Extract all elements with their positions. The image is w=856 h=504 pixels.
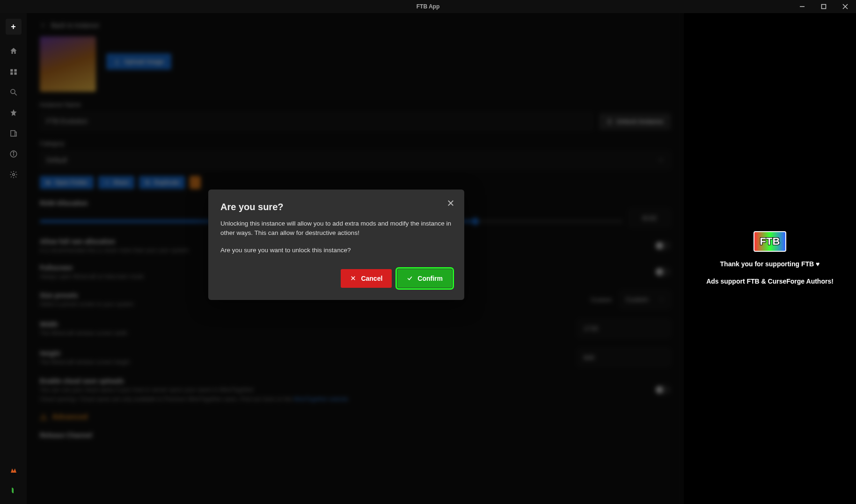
size-preset-title: Size presets <box>40 292 134 299</box>
full-ram-title: Allow full ram allocation <box>40 238 189 245</box>
svg-rect-1 <box>822 5 826 9</box>
svg-rect-7 <box>14 73 16 75</box>
close-icon <box>350 275 356 281</box>
window-close-button[interactable] <box>834 0 856 13</box>
add-instance-button[interactable]: + <box>6 19 22 35</box>
svg-line-19 <box>106 183 108 184</box>
lock-icon <box>607 118 613 124</box>
modal-body-1: Unlocking this instance will allow you t… <box>220 219 452 238</box>
svg-rect-20 <box>146 182 149 184</box>
news-icon[interactable] <box>9 129 18 138</box>
close-icon <box>842 4 848 9</box>
star-icon[interactable] <box>9 109 18 117</box>
svg-point-8 <box>11 89 15 94</box>
window-minimize-button[interactable] <box>791 0 813 13</box>
cloud-saves-toggle[interactable] <box>655 385 671 394</box>
size-preset-value: Custom <box>626 296 648 303</box>
svg-point-17 <box>108 183 109 184</box>
svg-line-18 <box>106 182 108 183</box>
share-label: Share <box>113 179 129 186</box>
modal-body-2: Are you sure you want to unlock this ins… <box>220 246 452 255</box>
advanced-label: Advanced <box>52 413 88 421</box>
cloud-saves-warning: Cloud syncing / Cloud saves are only ava… <box>40 396 293 402</box>
category-label: Category <box>40 140 671 147</box>
back-to-instance[interactable]: Back to instance <box>40 22 671 29</box>
support-icon[interactable] <box>9 486 18 495</box>
width-input[interactable] <box>577 319 671 338</box>
fullscreen-desc: Always open Minecraft at fullscreen mode <box>40 273 144 280</box>
modal-close-button[interactable] <box>446 199 455 209</box>
duplicate-label: Duplicate <box>154 179 179 186</box>
folder-icon <box>45 180 51 185</box>
svg-rect-6 <box>10 73 13 75</box>
window-maximize-button[interactable] <box>813 0 834 13</box>
upload-icon <box>114 58 120 65</box>
search-icon[interactable] <box>9 88 18 96</box>
upload-image-label: Upload image <box>124 58 164 65</box>
duplicate-button[interactable]: Duplicate <box>139 176 185 189</box>
width-title: Width <box>40 321 127 328</box>
instance-cover <box>40 37 96 92</box>
size-preset-label: Custom <box>591 296 612 303</box>
fullscreen-toggle[interactable] <box>655 267 671 277</box>
share-icon <box>104 180 110 185</box>
svg-line-9 <box>15 93 17 95</box>
modal-confirm-button[interactable]: Confirm <box>397 269 452 288</box>
unlock-instance-label: Unlock Instance <box>616 118 663 125</box>
cloud-saves-title: Enable cloud save uploads <box>40 377 348 385</box>
ram-value[interactable]: 8192 <box>629 209 671 227</box>
promo-line-1: Thank you for supporting FTB ♥ <box>720 259 820 269</box>
modal-cancel-label: Cancel <box>361 275 382 282</box>
fullscreen-title: Fullscreen <box>40 264 144 271</box>
upload-image-button[interactable]: Upload image <box>106 53 171 70</box>
height-input[interactable] <box>577 348 671 367</box>
svg-rect-21 <box>146 181 148 183</box>
instance-name-input[interactable] <box>40 112 593 131</box>
svg-point-13 <box>12 174 15 176</box>
back-label: Back to instance <box>51 22 99 29</box>
category-value: Default <box>46 156 67 164</box>
titlebar-title: FTB App <box>417 3 440 10</box>
unlock-instance-button[interactable]: Unlock Instance <box>599 113 671 130</box>
svg-point-15 <box>105 182 106 183</box>
promo-pane: FTB Thank you for supporting FTB ♥ Ads s… <box>684 13 856 504</box>
close-icon <box>446 199 455 207</box>
height-desc: The Minecraft window screen height <box>40 359 130 365</box>
open-folder-button[interactable]: Open Folder <box>40 176 94 189</box>
sidebar: + <box>0 13 27 504</box>
warning-icon <box>40 413 47 421</box>
promo-line-2: Ads support FTB & CurseForge Authors! <box>706 277 834 286</box>
svg-rect-4 <box>10 69 13 72</box>
open-folder-label: Open Folder <box>55 179 88 186</box>
category-select[interactable]: Default <box>40 151 671 169</box>
full-ram-toggle[interactable] <box>655 241 671 250</box>
instance-name-label: Instance Name <box>40 101 671 108</box>
share-button[interactable]: Share <box>98 176 134 189</box>
size-preset-select[interactable]: Custom <box>619 290 671 309</box>
size-preset-desc: Select a preset screen to your system <box>40 301 134 307</box>
svg-point-12 <box>13 152 14 153</box>
minimize-icon <box>799 4 805 9</box>
minetogether-link[interactable]: MineTogether website <box>293 396 348 402</box>
ftb-logo: FTB <box>754 231 786 252</box>
titlebar: FTB App <box>0 0 856 13</box>
chevron-down-icon <box>658 297 664 302</box>
home-icon[interactable] <box>9 47 18 55</box>
modal-title: Are you sure? <box>220 202 452 212</box>
modal-cancel-button[interactable]: Cancel <box>341 269 392 288</box>
extra-action-button[interactable] <box>190 176 201 189</box>
advanced-header[interactable]: Advanced <box>40 413 671 421</box>
check-icon <box>407 275 413 281</box>
svg-rect-14 <box>608 121 612 123</box>
copy-icon <box>145 180 150 185</box>
chevron-left-icon <box>40 22 46 29</box>
confirm-unlock-modal: Are you sure? Unlocking this instance wi… <box>208 190 464 300</box>
minetogether-icon[interactable] <box>9 466 18 474</box>
info-icon[interactable] <box>9 150 18 158</box>
cloud-saves-desc: You can use your cloud saves if your mod… <box>40 387 348 393</box>
chevron-down-icon <box>658 157 664 163</box>
library-icon[interactable] <box>9 67 18 76</box>
settings-icon[interactable] <box>9 170 18 179</box>
width-desc: The Minecraft window screen width <box>40 330 127 336</box>
full-ram-desc: It is recommended this is never more tha… <box>40 247 189 254</box>
